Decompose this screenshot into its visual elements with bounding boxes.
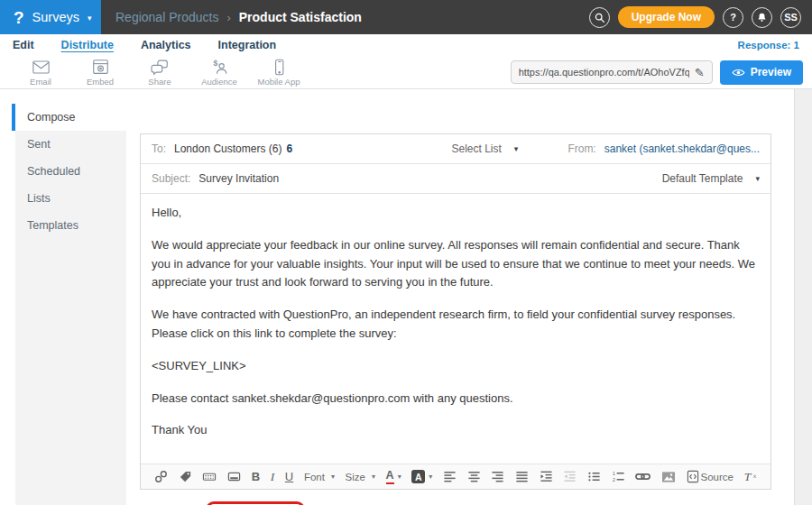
bold-button[interactable]: B [252, 470, 260, 483]
body-paragraph: <SURVEY_LINK> [152, 357, 760, 376]
size-dropdown[interactable]: Size ▾ [346, 472, 375, 482]
survey-url-text: https://qa.questionpro.com/t/AOhoVZfqml [519, 67, 689, 78]
preview-label: Preview [751, 66, 791, 78]
align-left-icon [443, 470, 457, 483]
scroll-gutter[interactable] [794, 89, 812, 505]
body-paragraph: Thank You [152, 421, 760, 440]
questionpro-app: ? Surveys ▾ Regional Products › Product … [0, 0, 812, 505]
indent-button[interactable] [540, 470, 553, 483]
from-group: From: sanket (sanket.shekdar@ques... [567, 142, 760, 155]
justify-icon [515, 470, 529, 483]
svg-text:1: 1 [613, 471, 615, 476]
size-label: Size [346, 472, 365, 482]
breadcrumb-parent[interactable]: Regional Products [115, 10, 218, 24]
distribute-content: Compose Sent Scheduled Lists Templates T… [0, 89, 812, 505]
numbered-list-button[interactable]: 12 [612, 470, 625, 483]
insert-button-button[interactable] [227, 470, 241, 483]
source-code-icon [687, 470, 699, 483]
bullet-list-button[interactable] [587, 470, 601, 483]
channel-share[interactable]: Share [130, 59, 189, 87]
sidebar-item-scheduled[interactable]: Scheduled [15, 158, 126, 185]
from-sender[interactable]: sanket (sanket.shekdar@ques... [604, 142, 760, 155]
compose-form: To: London Customers (6) 6 Select List ▾… [140, 133, 771, 490]
sidebar-item-templates[interactable]: Templates [15, 212, 126, 239]
sidebar-item-lists[interactable]: Lists [15, 185, 126, 212]
channel-label: Mobile App [257, 77, 300, 87]
insert-tag-button[interactable] [179, 470, 192, 483]
user-avatar[interactable]: SS [780, 7, 801, 28]
mobile-app-icon [270, 59, 289, 76]
search-button[interactable] [589, 7, 610, 28]
email-sidebar: Compose Sent Scheduled Lists Templates [0, 89, 126, 505]
outdent-button[interactable] [563, 470, 577, 483]
insert-field-button[interactable] [202, 470, 217, 483]
rich-text-toolbar: B I U Font ▾ Size ▾ A ▾ [141, 464, 770, 489]
topbar-actions: Upgrade Now ? SS [589, 6, 812, 28]
upgrade-now-button[interactable]: Upgrade Now [618, 6, 715, 28]
subject-label: Subject: [152, 172, 190, 185]
align-right-button[interactable] [491, 470, 504, 483]
link-icon [635, 471, 651, 482]
channel-email[interactable]: Email [11, 59, 70, 87]
eye-icon [732, 68, 745, 78]
tab-integration[interactable]: Integration [218, 39, 277, 51]
channel-mobile-app[interactable]: Mobile App [249, 59, 309, 87]
text-color-button[interactable]: A ▾ [386, 470, 401, 484]
image-icon [661, 471, 676, 483]
select-list-label: Select List [451, 142, 501, 155]
compose-panel: To: London Customers (6) 6 Select List ▾… [126, 89, 812, 505]
notifications-button[interactable] [752, 7, 772, 28]
hyperlink-button[interactable] [635, 471, 651, 482]
insert-link-button[interactable] [154, 470, 168, 483]
search-icon [594, 12, 605, 23]
audience-icon: $ [210, 59, 229, 76]
recipient-count: 6 [286, 142, 292, 155]
channel-audience[interactable]: $ Audience [189, 59, 249, 87]
chevron-down-icon: ▾ [514, 144, 519, 153]
survey-link-group: https://qa.questionpro.com/t/AOhoVZfqml … [511, 60, 812, 85]
chevron-down-icon: ▾ [429, 473, 432, 481]
insert-image-button[interactable] [661, 471, 676, 483]
tab-analytics[interactable]: Analytics [141, 39, 191, 51]
help-button[interactable]: ? [723, 7, 743, 28]
sidebar-item-sent[interactable]: Sent [15, 131, 126, 158]
source-label: Source [701, 472, 734, 482]
embed-icon [91, 59, 110, 76]
sidebar-item-compose[interactable]: Compose [12, 104, 126, 131]
align-right-icon [491, 470, 504, 483]
survey-url-field[interactable]: https://qa.questionpro.com/t/AOhoVZfqml … [511, 60, 713, 84]
channel-label: Audience [201, 77, 237, 87]
to-recipients[interactable]: London Customers (6) [174, 142, 281, 155]
tab-distribute[interactable]: Distribute [61, 39, 114, 51]
template-dropdown[interactable]: Default Template ▾ [662, 172, 760, 185]
surveys-menu[interactable]: ? Surveys ▾ [0, 0, 101, 34]
remove-format-button[interactable]: T× [744, 470, 757, 484]
edit-url-icon[interactable]: ✎ [695, 66, 705, 79]
channel-label: Share [148, 77, 171, 87]
response-count[interactable]: Response: 1 [738, 40, 799, 50]
remove-format-icon: T [744, 470, 752, 484]
channel-embed[interactable]: Embed [70, 59, 130, 87]
to-label: To: [152, 142, 166, 155]
email-body-editor[interactable]: Hello, We would appreciate your feedback… [141, 194, 770, 464]
font-label: Font [304, 472, 325, 482]
button-widget-icon [227, 470, 241, 483]
italic-button[interactable]: I [271, 470, 275, 484]
email-icon [32, 59, 51, 76]
avatar-initials: SS [784, 12, 798, 23]
align-left-button[interactable] [443, 470, 457, 483]
tab-edit[interactable]: Edit [13, 39, 34, 51]
justify-button[interactable] [515, 470, 529, 483]
underline-button[interactable]: U [285, 470, 293, 483]
font-dropdown[interactable]: Font ▾ [304, 472, 335, 482]
select-list-dropdown[interactable]: Select List ▾ [451, 142, 518, 155]
survey-tabs: Edit Distribute Analytics Integration Re… [0, 34, 812, 56]
preview-button[interactable]: Preview [720, 60, 803, 85]
background-color-button[interactable]: A ▾ [411, 470, 432, 483]
align-center-button[interactable] [467, 470, 481, 483]
text-color-icon: A [386, 470, 394, 484]
chevron-down-icon: ▾ [755, 174, 760, 183]
remove-format-sub: × [752, 473, 757, 481]
subject-input[interactable]: Survey Invitation [198, 172, 279, 185]
source-button[interactable]: Source [687, 470, 734, 483]
